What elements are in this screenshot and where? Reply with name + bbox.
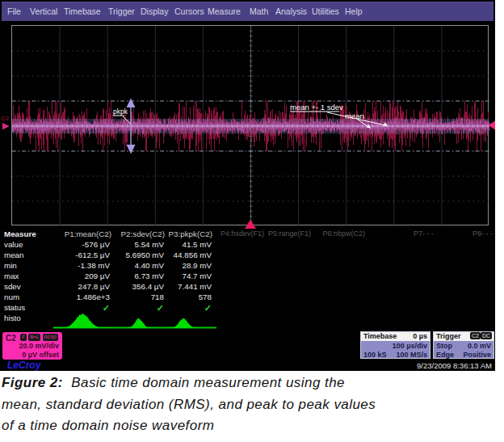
svg-text:mean: mean xyxy=(345,112,364,120)
svg-text:pkpk: pkpk xyxy=(113,107,128,116)
svg-text:mean +- 1 sdev: mean +- 1 sdev xyxy=(290,103,343,112)
svg-text:C2: C2 xyxy=(1,115,10,122)
